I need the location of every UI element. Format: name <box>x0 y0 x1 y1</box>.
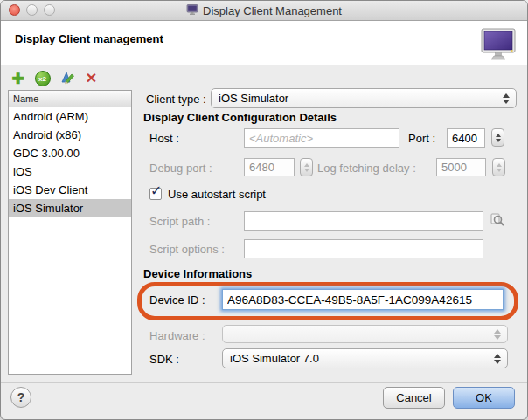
add-icon: ✚ <box>11 72 24 86</box>
app-monitor-icon <box>186 3 198 18</box>
device-section-title: Device Informations <box>143 267 252 280</box>
list-item-ios[interactable]: iOS <box>9 162 131 181</box>
dialog-title: Display Client management <box>15 32 163 45</box>
list-item-ios-dev-client[interactable]: iOS Dev Client <box>9 181 131 199</box>
port-label: Port : <box>408 132 435 145</box>
help-button[interactable]: ? <box>10 387 31 408</box>
delete-client-button[interactable]: ✕ <box>83 71 100 87</box>
client-type-value: iOS Simulator <box>219 92 288 105</box>
port-input[interactable] <box>447 128 485 148</box>
client-list-header: Name <box>9 91 131 107</box>
list-item-android-arm[interactable]: Android (ARM) <box>9 107 131 126</box>
checkmark-icon: ✓ <box>150 182 162 199</box>
debug-port-label: Debug port : <box>149 162 212 175</box>
config-section-title: Display Client Configuration Details <box>143 111 337 124</box>
duplicate-icon: x2 <box>35 71 51 86</box>
sdk-dropdown[interactable]: iOS Simulator 7.0 <box>222 348 508 368</box>
script-path-label: Script path : <box>149 215 210 228</box>
cancel-button[interactable]: Cancel <box>383 387 445 409</box>
display-client-management-window: Display Client Management Display Client… <box>0 0 528 420</box>
footer-divider <box>1 382 527 383</box>
sdk-value: iOS Simulator 7.0 <box>230 352 319 365</box>
device-id-input[interactable] <box>222 289 504 310</box>
dropdown-arrows-icon <box>503 93 510 104</box>
monitor-icon <box>481 28 516 65</box>
list-toolbar: ✚ x2 ✕ <box>10 70 100 87</box>
edit-pencil-icon <box>59 71 75 87</box>
debug-port-stepper <box>300 158 313 176</box>
log-delay-input <box>436 158 486 176</box>
dropdown-arrows-icon <box>494 329 501 340</box>
duplicate-client-button[interactable]: x2 <box>34 71 51 87</box>
browse-script-button[interactable] <box>489 212 506 230</box>
title-bar[interactable]: Display Client Management <box>1 1 527 21</box>
autostart-checkbox[interactable]: ✓ <box>149 188 162 200</box>
client-type-label: Client type : <box>146 93 206 106</box>
script-options-label: Script options : <box>149 243 225 256</box>
script-options-input[interactable] <box>244 239 483 258</box>
dropdown-arrows-icon <box>494 354 501 364</box>
port-stepper[interactable] <box>491 128 504 147</box>
browse-magnifier-icon <box>490 217 505 231</box>
delete-icon: ✕ <box>86 72 97 86</box>
hardware-label: Hardware : <box>149 329 205 342</box>
device-id-label: Device ID : <box>149 293 205 306</box>
host-label: Host : <box>149 132 179 145</box>
list-item-gdc[interactable]: GDC 3.00.00 <box>9 144 131 162</box>
dialog-header: Display Client management <box>1 21 527 65</box>
sdk-label: SDK : <box>149 353 179 366</box>
host-input[interactable] <box>244 128 399 148</box>
ok-button[interactable]: OK <box>453 387 515 409</box>
edit-client-button[interactable] <box>59 71 75 87</box>
log-delay-label: Log fetching delay : <box>317 162 416 175</box>
list-item-ios-simulator[interactable]: iOS Simulator <box>9 199 131 217</box>
hardware-dropdown <box>222 325 508 343</box>
script-path-input[interactable] <box>244 211 483 231</box>
log-delay-stepper <box>492 158 505 176</box>
list-item-android-x86[interactable]: Android (x86) <box>9 126 131 144</box>
window-title: Display Client Management <box>203 4 342 17</box>
debug-port-input <box>244 158 295 176</box>
client-list: Name Android (ARM) Android (x86) GDC 3.0… <box>8 90 132 375</box>
autostart-label: Use autostart script <box>168 188 266 201</box>
add-client-button[interactable]: ✚ <box>10 71 26 87</box>
client-type-dropdown[interactable]: iOS Simulator <box>211 88 517 108</box>
